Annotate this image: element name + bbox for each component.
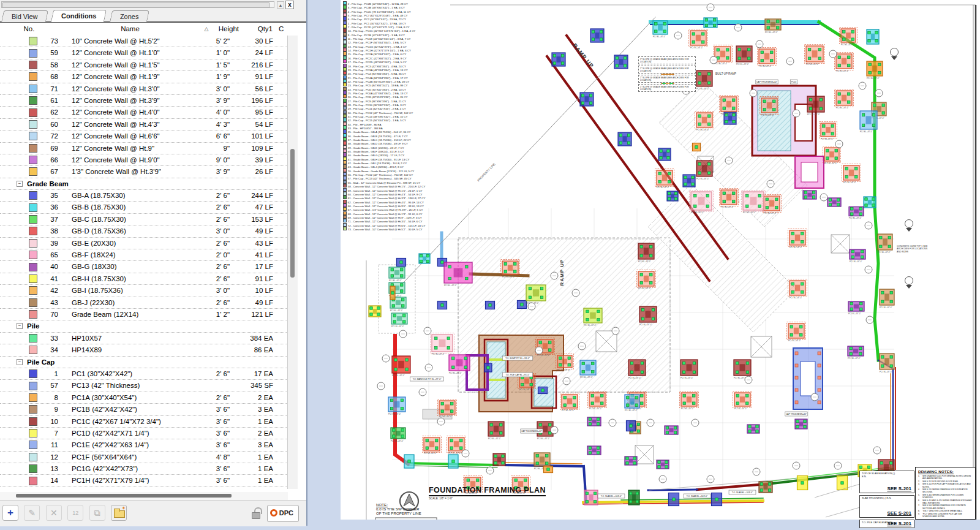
collapse-icon[interactable]: − [17, 323, 23, 329]
condition-row[interactable]: 7212" Concrete Wall @ Ht.6'6"6' 6"101 LF [0, 131, 288, 142]
pile-cap-marker[interactable]: PC# EL.+97'-0" [653, 21, 668, 38]
pile-cap-marker[interactable]: PC# EL.+97'-0" [680, 392, 699, 410]
pile-cap-marker[interactable]: PC# EL.+97'-0" [391, 313, 407, 328]
pile-cap-marker[interactable]: PC# EL.+97'-0" [655, 169, 674, 189]
condition-row[interactable]: 8PC1A (30"X40"X54")2' 6"2 EA [0, 392, 288, 404]
collapse-icon[interactable]: − [17, 181, 23, 187]
delete-condition-button[interactable]: ✕ [46, 505, 62, 521]
pile-cap-marker[interactable]: PC# EL.+97'-0" [588, 392, 607, 410]
pile-cap-marker[interactable]: PC# EL.+97'-0" [788, 279, 807, 299]
pile-cap-marker[interactable] [580, 93, 594, 106]
pile-cap-marker[interactable] [837, 476, 848, 490]
collapse-icon[interactable]: − [17, 359, 23, 365]
digitizer-button[interactable]: 12 [67, 505, 83, 521]
scroll-up-button[interactable]: ▲ [277, 1, 284, 9]
scrollbar-thumb[interactable] [16, 494, 232, 498]
condition-row[interactable]: 42GB-I (18.75X36)3' 0"10 LF [0, 285, 288, 297]
pile-cap-marker[interactable] [827, 198, 841, 206]
pile-cap-marker[interactable]: PC# EL.+97'-0" [438, 399, 457, 418]
pile-cap-marker[interactable] [369, 306, 381, 317]
pile-cap-marker[interactable] [404, 455, 414, 468]
pile-cap-marker[interactable] [628, 490, 639, 505]
pile-cap-marker[interactable]: PC# EL.+97'-0" [788, 229, 807, 249]
condition-row[interactable]: 6112" Concrete Wall @ Ht.3'9"3' 9"196 LF [0, 95, 288, 107]
pile-cap-marker[interactable] [693, 143, 701, 151]
condition-row[interactable]: 5912" Concrete Wall @ Ht.1'0"1' 0"24 LF [0, 47, 288, 59]
pile-cap-marker[interactable] [614, 55, 628, 69]
condition-row[interactable]: 37GB-C (18.75X30)2' 6"153 LF [0, 214, 288, 225]
tab-conditions[interactable]: Conditions [51, 10, 107, 22]
pile-cap-marker[interactable]: PC# EL.+97'-0" [867, 61, 883, 80]
edit-condition-button[interactable]: ✎ [24, 505, 40, 521]
pile-cap-marker[interactable]: PC# EL.+97'-0" [736, 46, 752, 66]
plan-viewport[interactable]: PC# EL.+97'-0"PC# EL.+97'-0"PC# EL.+97'-… [341, 0, 980, 520]
pile-cap-marker[interactable] [795, 419, 807, 429]
pile-cap-marker[interactable]: PC# EL.+97'-0" [733, 392, 752, 410]
condition-row[interactable]: 10PC1C (42"X67 1/4"X72 3/4")3' 6"1 EA [0, 416, 288, 428]
column-header-name[interactable]: Name [61, 23, 199, 36]
shear-wall-core[interactable] [795, 156, 824, 188]
pile-cap-marker[interactable]: PC# EL.+97'-0" [848, 346, 864, 360]
pile-cap-marker[interactable] [587, 417, 601, 426]
pile-cap-marker[interactable] [669, 493, 679, 506]
pile-cap-marker[interactable]: PC# EL.+97'-0" [392, 356, 410, 377]
pile-cap-marker[interactable]: PC# EL.+97'-0" [625, 395, 639, 412]
wall-takeoff[interactable] [470, 274, 528, 276]
pile-cap-marker[interactable]: PC# EL.+97'-0" [389, 267, 405, 282]
condition-row[interactable]: 65GB-F (18X24)2' 0"41 LF [0, 249, 288, 261]
dpc-button[interactable]: DPC [267, 505, 299, 522]
condition-row[interactable]: 13PC1G (42"X42"X73")3' 6"1 EA [0, 463, 288, 475]
new-folder-button[interactable]: ✶ [111, 505, 127, 521]
condition-row[interactable]: 6012" Concrete Wall @ Ht.4'3"4' 3"54 LF [0, 119, 288, 131]
pile-cap-marker[interactable] [867, 29, 879, 44]
pile-cap-marker[interactable] [683, 175, 695, 187]
pile-cap-marker[interactable]: PC# EL.+97'-0" [850, 249, 865, 263]
pile-cap-marker[interactable]: PC# EL.+97'-0" [880, 289, 894, 309]
pile-cap-marker[interactable] [803, 191, 816, 199]
condition-row[interactable]: 9PC1B (42"X42"X42")3' 6"3 EA [0, 404, 288, 415]
pile-cap-marker[interactable] [538, 387, 548, 394]
copy-button[interactable]: ⧉ [89, 505, 105, 521]
pile-cap-marker[interactable] [587, 446, 601, 455]
pile-cap-marker[interactable]: PC# EL.+97'-0" [835, 89, 854, 109]
pile-cap-marker[interactable] [759, 482, 772, 493]
condition-row[interactable]: 6212" Concrete Wall @ Ht.4'0"4' 0"95 LF [0, 107, 288, 118]
scrollbar-thumb[interactable] [2, 2, 270, 8]
add-condition-button[interactable]: + [2, 505, 18, 521]
condition-row[interactable]: 6912" Concrete Wall @ Ht.9"9"109 LF [0, 143, 288, 154]
group-row[interactable]: −Pile Cap [0, 357, 288, 368]
group-row[interactable]: −Grade Beam [0, 178, 288, 190]
condition-row[interactable]: 11PC1E (42"X42"X63 1/4")3' 6"3 EA [0, 439, 288, 451]
pile-cap-marker[interactable]: PC# EL.+97'-0" [805, 45, 825, 66]
condition-row[interactable]: 14PC1H (42"X71"X79 1/4")3' 6"1 EA [0, 475, 288, 486]
tab-bid-view[interactable]: Bid View [1, 10, 48, 22]
condition-row[interactable]: 6812" Concrete Wall @ Ht.1'9"1' 9"91 LF [0, 71, 288, 83]
scrollbar-thumb[interactable] [290, 149, 295, 278]
pile-cap-marker[interactable]: PC# EL.+97'-0" [423, 436, 442, 455]
condition-row[interactable]: 1PC1 (30"X42"X42")2' 6"17 EA [0, 368, 288, 380]
condition-row[interactable]: 36GB-B (18.75X30)2' 6"47 LF [0, 202, 288, 213]
close-icon[interactable]: x [285, 1, 294, 9]
pile-cap-marker[interactable]: PC# EL.+97'-0" [680, 360, 698, 379]
condition-row[interactable]: 41GB-H (18.75X30)2' 6"91 LF [0, 273, 288, 285]
pile-cap-marker[interactable] [438, 301, 447, 309]
condition-row[interactable]: 39GB-E (20X30)2' 6"43 LF [0, 238, 288, 249]
pile-cap-marker[interactable] [544, 466, 553, 473]
pile-cap-marker[interactable] [864, 197, 876, 208]
sort-ascending-icon[interactable]: △ [202, 23, 211, 36]
pile-cap-marker[interactable] [552, 53, 565, 66]
condition-row[interactable]: 7112" Concrete Wall @ Ht.3'0"3' 0"56 LF [0, 83, 288, 95]
pile-cap-marker[interactable]: PC# EL.+97'-0" [848, 301, 864, 315]
pile-cap-marker[interactable] [419, 254, 430, 263]
pile-cap-marker[interactable] [484, 363, 492, 372]
bottom-horizontal-scrollbar[interactable] [0, 492, 288, 500]
pile-cap-marker[interactable] [390, 286, 395, 300]
condition-row[interactable]: 671'3" Concrete Wall @ Ht.3'9"3' 9"26 LF [0, 166, 288, 178]
pile-cap-marker[interactable] [747, 425, 760, 433]
pile-cap-marker[interactable]: PC# EL.+97'-0" [842, 164, 861, 184]
stair-core[interactable] [752, 86, 816, 156]
pile-cap-marker[interactable] [667, 191, 678, 201]
pile-cap-marker[interactable]: PC# EL.+97'-0" [787, 322, 806, 342]
column-header-height[interactable]: Height [211, 23, 239, 36]
pile-cap-marker[interactable]: PC# EL.+97'-0" [720, 189, 739, 208]
